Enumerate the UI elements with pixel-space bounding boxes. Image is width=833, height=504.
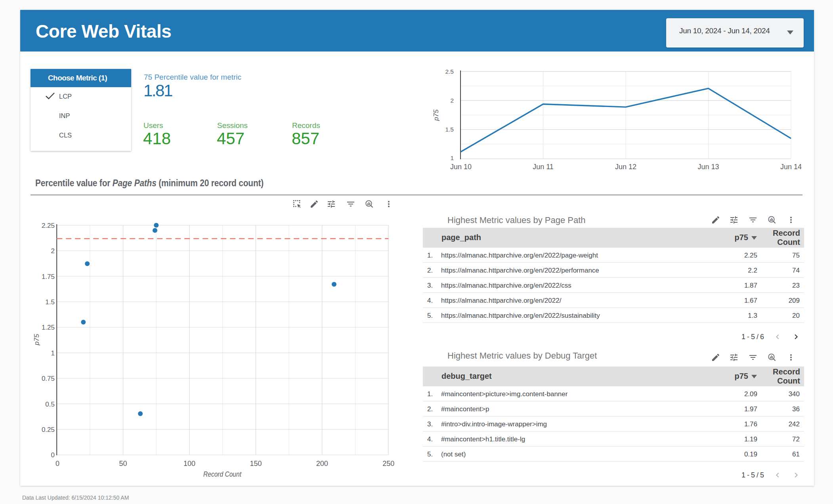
svg-text:0: 0: [51, 451, 55, 459]
svg-text:Jun 12: Jun 12: [615, 163, 636, 171]
svg-text:1.5: 1.5: [45, 298, 55, 306]
svg-text:p75: p75: [432, 109, 440, 121]
svg-text:Record Count: Record Count: [203, 470, 242, 478]
svg-text:0.75: 0.75: [42, 375, 55, 382]
svg-text:2.5: 2.5: [445, 68, 454, 75]
svg-text:1.25: 1.25: [42, 324, 55, 331]
svg-text:1: 1: [450, 155, 454, 161]
svg-text:50: 50: [119, 460, 127, 468]
svg-text:2.25: 2.25: [42, 222, 55, 229]
svg-text:1.75: 1.75: [42, 273, 55, 281]
svg-text:0.5: 0.5: [45, 401, 55, 408]
svg-text:200: 200: [316, 460, 328, 468]
svg-text:2: 2: [51, 247, 55, 255]
svg-text:Jun 11: Jun 11: [533, 163, 554, 171]
svg-text:Jun 14: Jun 14: [780, 163, 802, 171]
svg-text:0.25: 0.25: [42, 426, 55, 433]
svg-text:0: 0: [55, 460, 59, 468]
svg-text:Jun 13: Jun 13: [697, 163, 719, 171]
svg-text:2: 2: [450, 97, 454, 104]
svg-text:1: 1: [51, 349, 55, 357]
svg-text:1.5: 1.5: [445, 126, 454, 133]
svg-text:p75: p75: [33, 334, 40, 346]
svg-text:Jun 10: Jun 10: [450, 163, 472, 171]
svg-text:100: 100: [183, 460, 195, 468]
svg-text:250: 250: [382, 460, 394, 468]
svg-text:150: 150: [250, 460, 262, 468]
